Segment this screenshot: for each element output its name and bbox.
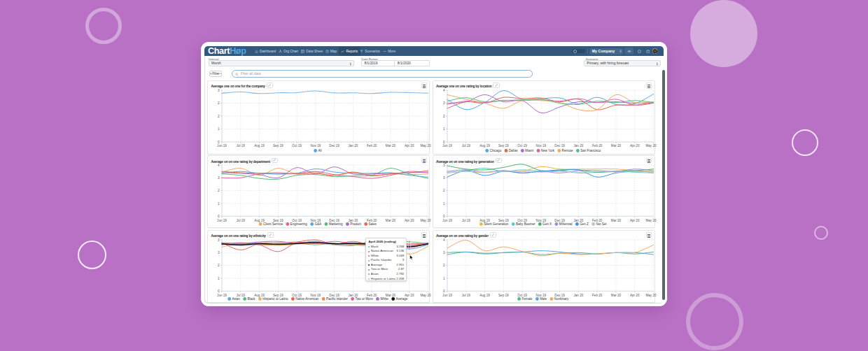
svg-text:Aug 19: Aug 19: [255, 144, 265, 148]
svg-text:Jul 19: Jul 19: [461, 293, 470, 296]
svg-text:Jan 20: Jan 20: [573, 144, 583, 148]
svg-text:Oct 19: Oct 19: [293, 144, 302, 148]
svg-text:Average: Average: [396, 297, 408, 301]
svg-text:Apr 20: Apr 20: [405, 293, 414, 296]
svg-text:Two or More: Two or More: [356, 297, 374, 301]
svg-text:May 20: May 20: [421, 293, 432, 296]
svg-text:Dec 19: Dec 19: [330, 219, 340, 222]
svg-text:Apr 20: Apr 20: [405, 219, 414, 222]
svg-text:1: 1: [443, 202, 445, 206]
svg-text:May 20: May 20: [645, 219, 657, 222]
svg-text:Client Service: Client Service: [263, 222, 284, 226]
svg-text:Apr 20: Apr 20: [630, 144, 640, 148]
svg-text:3: 3: [443, 251, 445, 255]
svg-text:Feb 20: Feb 20: [592, 219, 603, 222]
svg-text:Mar 20: Mar 20: [386, 144, 396, 148]
svg-text:Sales: Sales: [369, 222, 377, 226]
svg-text:1: 1: [443, 277, 445, 280]
svg-text:Oct 19: Oct 19: [517, 144, 527, 148]
svg-text:3: 3: [218, 238, 220, 242]
svg-text:Dec 19: Dec 19: [554, 293, 565, 296]
svg-text:1: 1: [443, 127, 445, 131]
svg-text:Aug 19: Aug 19: [255, 219, 265, 222]
svg-text:Jun 19: Jun 19: [217, 144, 227, 148]
svg-text:Nov 19: Nov 19: [536, 219, 546, 222]
svg-text:Jun 19: Jun 19: [442, 293, 452, 296]
svg-text:Mar 20: Mar 20: [611, 293, 622, 296]
svg-text:Asian: Asian: [232, 297, 241, 301]
svg-text:Jun 19: Jun 19: [442, 219, 452, 222]
svg-text:Jan 20: Jan 20: [349, 219, 358, 222]
svg-text:All: All: [318, 149, 322, 152]
svg-text:Apr 20: Apr 20: [630, 293, 640, 296]
svg-text:4: 4: [443, 89, 445, 92]
svg-text:1: 1: [218, 277, 220, 280]
svg-text:0: 0: [218, 141, 220, 144]
svg-text:Feb 20: Feb 20: [367, 293, 377, 296]
svg-text:Sep 19: Sep 19: [273, 293, 284, 296]
svg-text:Jul 19: Jul 19: [237, 144, 246, 148]
svg-text:New York: New York: [540, 149, 554, 152]
svg-text:Mar 20: Mar 20: [611, 144, 622, 148]
svg-text:2: 2: [218, 189, 220, 193]
svg-text:Mar 20: Mar 20: [611, 219, 622, 222]
svg-text:2: 2: [443, 115, 445, 118]
svg-text:Remote: Remote: [561, 149, 573, 152]
svg-text:3: 3: [218, 89, 220, 92]
svg-text:Jan 20: Jan 20: [573, 219, 583, 222]
svg-text:Feb 20: Feb 20: [592, 144, 603, 148]
svg-text:San Francisco: San Francisco: [580, 149, 601, 152]
svg-text:Jan 20: Jan 20: [349, 144, 358, 148]
svg-text:Sep 19: Sep 19: [498, 293, 509, 296]
svg-text:2: 2: [218, 101, 220, 105]
svg-text:Black: Black: [248, 297, 256, 301]
svg-text:Hispanic or Latino: Hispanic or Latino: [262, 297, 288, 301]
svg-text:Sep 19: Sep 19: [273, 219, 284, 222]
svg-text:Oct 19: Oct 19: [293, 219, 302, 222]
svg-text:2: 2: [218, 264, 220, 267]
svg-text:May 20: May 20: [645, 293, 657, 296]
svg-text:Dallas: Dallas: [508, 149, 517, 152]
svg-text:Nov 19: Nov 19: [536, 293, 546, 296]
svg-text:Apr 20: Apr 20: [630, 219, 640, 222]
svg-text:Jun 19: Jun 19: [442, 144, 452, 148]
svg-text:Gen X: Gen X: [542, 222, 552, 226]
svg-text:Jul 19: Jul 19: [237, 293, 246, 296]
svg-text:4: 4: [218, 164, 220, 167]
svg-text:1: 1: [218, 202, 220, 206]
svg-text:May 20: May 20: [645, 144, 657, 148]
svg-text:Feb 20: Feb 20: [367, 144, 377, 148]
svg-text:Apr 20: Apr 20: [405, 144, 414, 148]
svg-text:Aug 19: Aug 19: [255, 293, 265, 296]
svg-text:Dec 19: Dec 19: [330, 293, 340, 296]
svg-text:Sep 19: Sep 19: [498, 219, 509, 222]
svg-text:Silent Generation: Silent Generation: [484, 222, 509, 226]
svg-text:Pacific Islander: Pacific Islander: [326, 297, 348, 301]
svg-text:0: 0: [443, 289, 445, 293]
svg-text:3: 3: [443, 164, 445, 167]
svg-text:Sep 19: Sep 19: [498, 144, 509, 148]
svg-text:2: 2: [443, 189, 445, 193]
svg-text:Not Set: Not Set: [596, 222, 607, 226]
svg-text:Product: Product: [350, 222, 361, 226]
svg-text:3: 3: [443, 176, 445, 180]
svg-text:Mar 20: Mar 20: [386, 293, 396, 296]
svg-text:May 20: May 20: [421, 219, 432, 222]
svg-text:Marketing: Marketing: [329, 222, 343, 226]
svg-text:Oct 19: Oct 19: [517, 219, 527, 222]
svg-text:Chicago: Chicago: [489, 149, 501, 152]
svg-text:Oct 19: Oct 19: [517, 293, 527, 296]
svg-text:?: ?: [647, 50, 648, 52]
svg-text:Female: Female: [522, 297, 533, 301]
svg-text:Miami: Miami: [525, 149, 533, 152]
svg-text:Nov 19: Nov 19: [536, 144, 546, 148]
svg-text:Jan 20: Jan 20: [573, 293, 583, 296]
svg-text:0: 0: [443, 141, 445, 144]
svg-text:Jan 20: Jan 20: [349, 293, 358, 296]
svg-text:Feb 20: Feb 20: [592, 293, 603, 296]
svg-text:0: 0: [443, 215, 445, 218]
svg-text:Aug 19: Aug 19: [479, 293, 490, 296]
svg-text:Millennial: Millennial: [559, 222, 572, 226]
svg-text:3: 3: [218, 176, 220, 180]
svg-text:3: 3: [443, 101, 445, 105]
